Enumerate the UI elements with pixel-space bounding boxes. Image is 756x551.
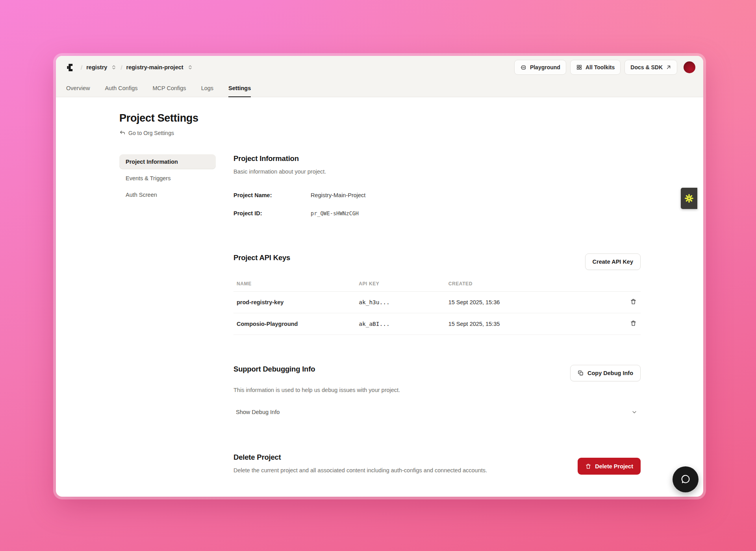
feedback-widget-button[interactable] xyxy=(681,188,697,209)
trash-icon xyxy=(630,320,637,327)
go-to-org-settings-label: Go to Org Settings xyxy=(128,130,174,136)
api-keys-table: NAME API KEY CREATED prod-registry-key a… xyxy=(233,281,641,335)
project-name-value: Registry-Main-Project xyxy=(311,192,365,198)
breadcrumb: / registry / registry-main-project xyxy=(65,63,193,72)
settings-main: Project Information Basic information ab… xyxy=(233,154,641,475)
api-key-value: ak_aBI... xyxy=(356,313,445,335)
sidebar-item-events-triggers[interactable]: Events & Triggers xyxy=(119,171,216,186)
api-key-value: ak_h3u... xyxy=(356,292,445,313)
docs-sdk-label: Docs & SDK xyxy=(630,64,663,70)
api-key-created: 15 Sept 2025, 15:36 xyxy=(445,292,624,313)
return-arrow-icon xyxy=(119,130,126,136)
project-information-title: Project Information xyxy=(233,154,641,163)
topbar: / registry / registry-main-project xyxy=(56,56,703,79)
table-row: Composio-Playground ak_aBI... 15 Sept 20… xyxy=(233,313,641,335)
api-keys-title: Project API Keys xyxy=(233,253,290,262)
copy-debug-info-button[interactable]: Copy Debug Info xyxy=(570,365,641,381)
breadcrumb-org[interactable]: registry xyxy=(86,64,107,70)
app-window: / registry / registry-main-project xyxy=(56,56,703,497)
settings-layout: Project Information Events & Triggers Au… xyxy=(119,154,641,475)
project-id-label: Project ID: xyxy=(233,210,311,216)
debug-info-title: Support Debugging Info xyxy=(233,365,315,373)
delete-project-title: Delete Project xyxy=(233,453,487,462)
section-project-information: Project Information Basic information ab… xyxy=(233,154,641,216)
table-row: prod-registry-key ak_h3u... 15 Sept 2025… xyxy=(233,292,641,313)
tab-settings[interactable]: Settings xyxy=(228,85,251,97)
trash-icon xyxy=(585,463,591,470)
copy-debug-info-label: Copy Debug Info xyxy=(587,370,633,376)
show-debug-info-toggle[interactable]: Show Debug Info xyxy=(233,405,641,419)
docs-sdk-button[interactable]: Docs & SDK xyxy=(624,60,677,75)
breadcrumb-project[interactable]: registry-main-project xyxy=(126,64,183,70)
show-debug-info-label: Show Debug Info xyxy=(236,409,280,415)
tab-auth-configs[interactable]: Auth Configs xyxy=(105,85,137,97)
all-toolkits-button[interactable]: All Toolkits xyxy=(570,60,621,75)
delete-project-subtitle: Delete the current project and all assoc… xyxy=(233,467,487,473)
page-title: Project Settings xyxy=(119,112,641,124)
section-delete-project: Delete Project Delete the current projec… xyxy=(233,453,641,475)
copy-icon xyxy=(578,370,584,376)
api-key-name: Composio-Playground xyxy=(233,313,356,335)
section-debug-info: Support Debugging Info Copy Debug Info xyxy=(233,365,641,419)
project-name-label: Project Name: xyxy=(233,192,311,198)
sidebar-item-project-information[interactable]: Project Information xyxy=(119,154,216,169)
api-key-created: 15 Sept 2025, 15:35 xyxy=(445,313,624,335)
tab-overview[interactable]: Overview xyxy=(66,85,90,97)
tab-logs[interactable]: Logs xyxy=(201,85,213,97)
project-id-value: pr_QWE-sHWNzCGH xyxy=(311,210,359,216)
chat-widget-button[interactable] xyxy=(673,466,699,492)
delete-api-key-button[interactable] xyxy=(629,319,637,329)
all-toolkits-label: All Toolkits xyxy=(586,64,615,70)
breadcrumb-separator: / xyxy=(120,64,122,71)
tab-mcp-configs[interactable]: MCP Configs xyxy=(152,85,186,97)
playground-label: Playground xyxy=(530,64,560,70)
column-created: CREATED xyxy=(445,281,624,292)
tab-bar: Overview Auth Configs MCP Configs Logs S… xyxy=(56,79,703,97)
org-selector-icon[interactable] xyxy=(111,65,117,70)
delete-project-label: Delete Project xyxy=(595,463,633,470)
section-api-keys: Project API Keys Create API Key NAME API… xyxy=(233,253,641,335)
composio-logo-icon[interactable] xyxy=(65,63,75,72)
create-api-key-button[interactable]: Create API Key xyxy=(585,253,641,270)
playground-button[interactable]: Playground xyxy=(514,60,566,75)
api-keys-header-row: NAME API KEY CREATED xyxy=(233,281,641,292)
delete-api-key-button[interactable] xyxy=(629,298,637,307)
project-information-subtitle: Basic information about your project. xyxy=(233,168,641,175)
column-api-key: API KEY xyxy=(356,281,445,292)
settings-sidebar: Project Information Events & Triggers Au… xyxy=(119,154,216,475)
chevron-down-icon xyxy=(631,409,637,415)
playground-icon xyxy=(520,64,527,71)
delete-project-button[interactable]: Delete Project xyxy=(578,458,641,475)
topbar-actions: Playground All Toolkits Docs & SDK xyxy=(514,60,695,75)
settings-content: Project Settings Go to Org Settings Proj… xyxy=(56,97,703,475)
trash-icon xyxy=(630,298,637,305)
api-key-name: prod-registry-key xyxy=(233,292,356,313)
column-name: NAME xyxy=(233,281,356,292)
external-link-icon xyxy=(666,65,671,70)
breadcrumb-separator: / xyxy=(81,64,82,71)
user-avatar[interactable] xyxy=(684,61,695,73)
card-header: / registry / registry-main-project xyxy=(56,56,703,97)
chat-bubble-icon xyxy=(680,474,691,485)
asterisk-icon xyxy=(684,193,694,203)
debug-info-subtitle: This information is used to help us debu… xyxy=(233,387,641,393)
grid-icon xyxy=(576,64,582,70)
column-actions xyxy=(624,281,641,292)
sidebar-item-auth-screen[interactable]: Auth Screen xyxy=(119,187,216,202)
project-selector-icon[interactable] xyxy=(187,65,193,70)
project-id-row: Project ID: pr_QWE-sHWNzCGH xyxy=(233,210,641,216)
go-to-org-settings-link[interactable]: Go to Org Settings xyxy=(119,130,174,136)
project-name-row: Project Name: Registry-Main-Project xyxy=(233,192,641,198)
